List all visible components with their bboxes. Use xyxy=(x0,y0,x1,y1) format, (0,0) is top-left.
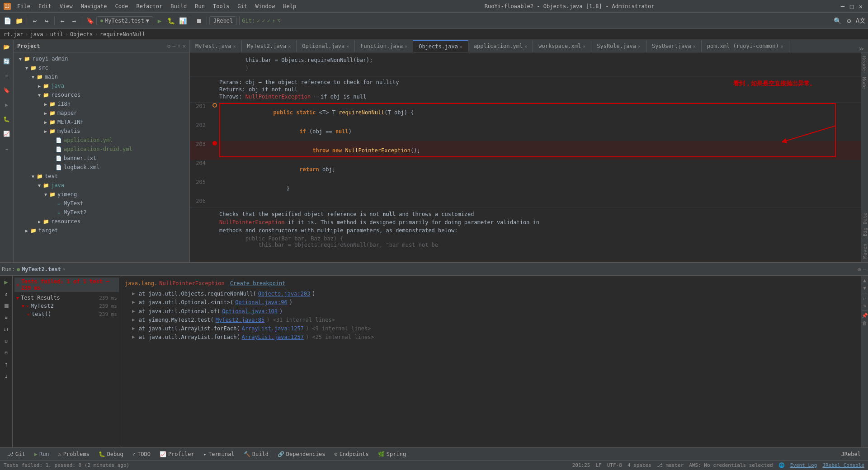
trash-icon[interactable]: 🗑 xyxy=(862,320,867,326)
run-with-coverage-button[interactable]: 📊 xyxy=(178,15,189,26)
bookmark-button[interactable]: 🔖 xyxy=(85,15,95,26)
expand-btn-0[interactable]: ▶ xyxy=(132,290,135,298)
menu-code[interactable]: Code xyxy=(112,2,132,10)
tab-function[interactable]: Function.java ✕ xyxy=(355,40,413,52)
back-button[interactable]: ← xyxy=(57,15,68,26)
spring-toolbar-btn[interactable]: 🌿 Spring xyxy=(374,450,410,458)
breadcrumb-item-2[interactable]: util xyxy=(50,31,63,38)
aws-tool-button[interactable]: ☁ xyxy=(1,143,12,154)
line-content-204[interactable]: return obj; xyxy=(219,160,861,179)
menu-help[interactable]: Help xyxy=(279,2,300,10)
breadcrumb-item-0[interactable]: rt.jar xyxy=(4,31,23,38)
profiler-toolbar-btn[interactable]: 📈 Profiler xyxy=(156,450,198,458)
line-content-206[interactable] xyxy=(219,198,861,204)
jrebel-console-link[interactable]: JRebel Console xyxy=(822,462,864,468)
dependencies-toolbar-btn[interactable]: 🔗 Dependencies xyxy=(274,450,329,458)
tab-workspace[interactable]: workspace.xml ✕ xyxy=(533,40,591,52)
build-toolbar-btn[interactable]: 🔨 Build xyxy=(240,450,272,458)
tree-item-metainf[interactable]: ▶ 📁 META-INF xyxy=(14,118,189,127)
breadcrumb-item-4[interactable]: requireNonNull xyxy=(100,31,146,38)
tree-item-src[interactable]: ▼ 📁 src xyxy=(14,63,189,72)
expand-btn-5[interactable]: ▶ xyxy=(132,333,135,341)
tab-close-mytest[interactable]: ✕ xyxy=(233,44,236,49)
collapse-all-button[interactable]: ⊟ xyxy=(1,347,12,358)
more-tabs-button[interactable]: ≫ xyxy=(859,46,864,52)
tab-objects[interactable]: Objects.java ✕ xyxy=(413,40,468,52)
tab-sysuser[interactable]: SysUser.java ✕ xyxy=(646,40,702,52)
sort-failed-button[interactable]: ↓↑ xyxy=(1,324,12,334)
toggle-tree-button[interactable]: ≡ xyxy=(1,312,12,323)
expand-btn-2[interactable]: ▶ xyxy=(132,307,135,315)
rerun-failed-button[interactable]: ↺ xyxy=(1,288,12,299)
test-result-test[interactable]: ✕ test() 239 ms xyxy=(14,310,119,318)
pin-icon[interactable]: 📌 xyxy=(862,313,868,319)
debug-tool-button[interactable]: 🐛 xyxy=(1,114,12,125)
breakpoint-203[interactable] xyxy=(212,141,217,146)
scroll-up-icon[interactable]: ▲ xyxy=(863,277,866,283)
line-content-203[interactable]: throw new NullPointerException(); xyxy=(219,141,861,160)
settings-button[interactable]: ⚙ xyxy=(844,15,854,26)
tree-item-banner[interactable]: 📄 banner.txt xyxy=(14,154,189,163)
tree-item-java-test[interactable]: ▼ 📁 java xyxy=(14,181,189,190)
breadcrumb-item-1[interactable]: java xyxy=(30,31,43,38)
tab-pomxml[interactable]: pom.xml (ruoyi-common) ✕ xyxy=(702,40,789,52)
minimize-button[interactable]: ─ xyxy=(839,3,846,10)
tab-sysrole[interactable]: SysRole.java ✕ xyxy=(591,40,646,52)
jrebel-button[interactable]: JRebel xyxy=(209,16,237,25)
menu-build[interactable]: Build xyxy=(167,2,190,10)
run-config-selector[interactable]: ● MyTest2.test ▼ xyxy=(96,16,153,25)
stop-run-button[interactable]: ⏹ xyxy=(1,300,12,311)
tree-item-mapper[interactable]: ▶ 📁 mapper xyxy=(14,108,189,118)
jrebel-console-btn[interactable]: JRebel xyxy=(838,450,864,458)
tree-item-appdruid[interactable]: 📄 application-druid.yml xyxy=(14,145,189,154)
tab-mytest2[interactable]: MyTest2.java ✕ xyxy=(242,40,297,52)
tree-item-target[interactable]: ▶ 📁 target xyxy=(14,226,189,235)
new-file-button[interactable]: 📄 xyxy=(2,15,13,26)
tab-optional[interactable]: Optional.java ✕ xyxy=(297,40,355,52)
tree-item-resources-test[interactable]: ▶ 📁 resources xyxy=(14,217,189,226)
tab-close-sysuser[interactable]: ✕ xyxy=(693,44,696,49)
expand-all-button[interactable]: ⊞ xyxy=(1,335,12,346)
stack-link-2[interactable]: Optional.java:108 xyxy=(222,307,278,316)
tab-close-optional[interactable]: ✕ xyxy=(346,44,349,49)
tab-close-mytest2[interactable]: ✕ xyxy=(288,44,291,49)
breakpoint-indicator-201[interactable] xyxy=(212,103,217,108)
output-panel[interactable]: java.lang. NullPointerException Create b… xyxy=(121,276,861,447)
sidebar-close-icon[interactable]: ✕ xyxy=(183,43,186,49)
run-tool-left-button[interactable]: ▶ xyxy=(1,99,12,110)
terminal-toolbar-btn[interactable]: ▸ Terminal xyxy=(200,450,238,458)
tree-item-ruoyi-admin[interactable]: ▼ 📁 ruoyi-admin xyxy=(14,54,189,63)
todo-toolbar-btn[interactable]: ✓ TODO xyxy=(129,450,154,458)
tree-item-java-main[interactable]: ▶ 📁 java xyxy=(14,81,189,90)
line-content-202[interactable]: if (obj == null) xyxy=(219,122,861,141)
menu-file[interactable]: File xyxy=(14,2,34,10)
editor-main[interactable]: this.bar = Objects.requireNonNull(bar); … xyxy=(190,52,861,262)
git-toolbar-btn[interactable]: ⎇ Git xyxy=(4,450,29,458)
tab-close-workspace[interactable]: ✕ xyxy=(583,44,585,49)
menu-tools[interactable]: Tools xyxy=(209,2,233,10)
debug-toolbar-btn[interactable]: 🐛 Debug xyxy=(95,450,127,458)
big-data-button[interactable]: Big Data xyxy=(861,209,868,240)
tab-close-sysrole[interactable]: ✕ xyxy=(638,44,641,49)
problems-toolbar-btn[interactable]: ⚠ Problems xyxy=(55,450,93,458)
menu-refactor[interactable]: Refactor xyxy=(132,2,166,10)
tab-close-pomxml[interactable]: ✕ xyxy=(781,44,783,49)
redo-button[interactable]: ↪ xyxy=(41,15,52,26)
translate-button[interactable]: A文 xyxy=(855,15,866,26)
reader-mode-button[interactable]: Reader Mode xyxy=(861,52,868,93)
tree-item-yimeng[interactable]: ▼ 📁 yimeng xyxy=(14,190,189,199)
line-content-201[interactable]: public static <T> T requireNonNull(T obj… xyxy=(219,103,861,122)
sort-icon[interactable]: ⇅ xyxy=(863,303,866,309)
test-result-header[interactable]: ▼ Test Results 239 ms xyxy=(14,294,119,302)
sidebar-expand-icon[interactable]: + xyxy=(178,43,181,49)
tab-close-objects[interactable]: ✕ xyxy=(460,44,462,49)
tree-item-appyml[interactable]: 📄 application.yml xyxy=(14,136,189,145)
event-log-link[interactable]: Event Log xyxy=(790,462,817,468)
stack-link-3[interactable]: MyTest2.java:85 xyxy=(216,316,264,324)
stack-link-4[interactable]: ArrayList.java:1257 xyxy=(242,324,304,333)
line-content-205[interactable]: } xyxy=(219,179,861,198)
menu-edit[interactable]: Edit xyxy=(35,2,55,10)
run-minimize-icon[interactable]: ─ xyxy=(863,266,866,273)
stack-link-1[interactable]: Optional.java:96 xyxy=(235,298,288,307)
expand-btn-3[interactable]: ▶ xyxy=(132,316,135,324)
